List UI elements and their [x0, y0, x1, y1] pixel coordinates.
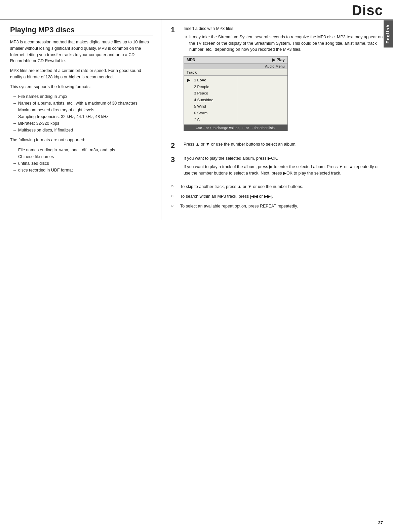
step-3-text-2: If you want to play a track of the album…: [184, 164, 383, 177]
left-column: Playing MP3 discs MP3 is a compression m…: [0, 20, 161, 220]
step-1-text: Insert a disc with MP3 files.: [184, 26, 383, 32]
list-item: File names ending in .wma, .aac, .dlf, .…: [13, 147, 153, 153]
mp3-track-item-1: ▶ 1 Love: [194, 77, 235, 84]
mp3-track-item-7: 7 Air: [194, 116, 235, 123]
supported-formats-list: File names ending in .mp3 Names of album…: [13, 93, 153, 134]
mp3-screen: MP3 ▶ Play Audio Menu Track ▶ 1 Love: [184, 56, 288, 131]
list-item: unfinalized discs: [13, 160, 153, 167]
mp3-top-bar: MP3 ▶ Play: [184, 56, 287, 64]
intro-para-1: MP3 is a compression method that makes d…: [10, 39, 153, 64]
page-number: 37: [378, 520, 383, 525]
list-item: Sampling frequencies: 32 kHz, 44.1 kHz, …: [13, 113, 153, 120]
right-column: 1 Insert a disc with MP3 files. ➜ It may…: [161, 20, 393, 220]
not-supported-label: The following formats are not supported:: [10, 137, 153, 143]
list-item: Multisession discs, if finalized: [13, 127, 153, 134]
step-3-content: If you want to play the selected album, …: [184, 155, 383, 178]
step-2-content: Press ▲ or ▼ or use the number buttons t…: [184, 141, 383, 150]
step-2-text: Press ▲ or ▼ or use the number buttons t…: [184, 141, 383, 148]
mp3-play: ▶ Play: [272, 58, 285, 62]
step-1: 1 Insert a disc with MP3 files. ➜ It may…: [171, 26, 383, 136]
mp3-track-list: ▶ 1 Love 2 People 3 Peace 4 Sunshine 5 W…: [184, 76, 287, 124]
step-3: 3 If you want to play the selected album…: [171, 155, 383, 178]
mp3-track-item-5: 5 Wind: [194, 103, 235, 110]
step-2-number: 2: [171, 141, 182, 150]
section-title: Playing MP3 discs: [10, 26, 153, 36]
bullet-symbol-1: ○: [171, 183, 179, 189]
bullet-text-3: To select an available repeat option, pr…: [180, 203, 298, 210]
mp3-audio-menu: Audio Menu: [184, 64, 287, 69]
step-1-number: 1: [171, 26, 182, 34]
bullet-item-3: ○ To select an available repeat option, …: [171, 203, 383, 210]
bullet-text-2: To search within an MP3 track, press |◀◀…: [180, 193, 273, 200]
mp3-label: MP3: [187, 58, 195, 62]
page-header: Disc: [0, 0, 393, 20]
bullet-text-1: To skip to another track, press ▲ or ▼ o…: [180, 184, 303, 190]
step-3-text-1: If you want to play the selected album, …: [184, 155, 383, 162]
step-3-number: 3: [171, 155, 182, 164]
side-tab: English: [384, 20, 393, 47]
mp3-track-item-6: 6 Storm: [194, 110, 235, 117]
step-1-arrow-text: It may take the Streamium System several…: [189, 34, 383, 53]
step-1-content: Insert a disc with MP3 files. ➜ It may t…: [184, 26, 383, 136]
mp3-status-bar: Use ↓ or ↑ to change values, ← or → for …: [184, 124, 287, 131]
list-item: Chinese file names: [13, 153, 153, 160]
mp3-audio-menu-label: Audio Menu: [265, 64, 285, 68]
mp3-track-header: Track: [184, 69, 287, 76]
list-item: File names ending in .mp3: [13, 93, 153, 100]
bullet-section: ○ To skip to another track, press ▲ or ▼…: [171, 184, 383, 209]
list-item: discs recorded in UDF format: [13, 167, 153, 174]
list-item: Names of albums, artists, etc., with a m…: [13, 100, 153, 107]
bullet-item-2: ○ To search within an MP3 track, press |…: [171, 193, 383, 200]
arrow-symbol: ➜: [184, 34, 187, 53]
mp3-cursor-icon: ▶: [187, 77, 190, 83]
intro-para-2: MP3 files are recorded at a certain bit …: [10, 68, 153, 80]
list-item: Bit-rates: 32-320 kbps: [13, 120, 153, 127]
intro-para-3: This system supports the following forma…: [10, 84, 153, 90]
mp3-track-item-3: 3 Peace: [194, 90, 235, 97]
bullet-symbol-2: ○: [171, 193, 179, 198]
step-1-arrow: ➜ It may take the Streamium System sever…: [184, 34, 383, 53]
main-content: Playing MP3 discs MP3 is a compression m…: [0, 20, 393, 220]
mp3-right-panel: [238, 76, 287, 124]
step-2: 2 Press ▲ or ▼ or use the number buttons…: [171, 141, 383, 150]
mp3-track-item-2: 2 People: [194, 84, 235, 90]
not-supported-formats-list: File names ending in .wma, .aac, .dlf, .…: [13, 147, 153, 174]
mp3-track-item-4: 4 Sunshine: [194, 97, 235, 104]
bullet-symbol-3: ○: [171, 203, 179, 208]
page-title: Disc: [352, 3, 383, 19]
bullet-item-1: ○ To skip to another track, press ▲ or ▼…: [171, 184, 383, 190]
list-item: Maximum nested directory of eight levels: [13, 107, 153, 113]
mp3-tracks: ▶ 1 Love 2 People 3 Peace 4 Sunshine 5 W…: [184, 76, 238, 124]
